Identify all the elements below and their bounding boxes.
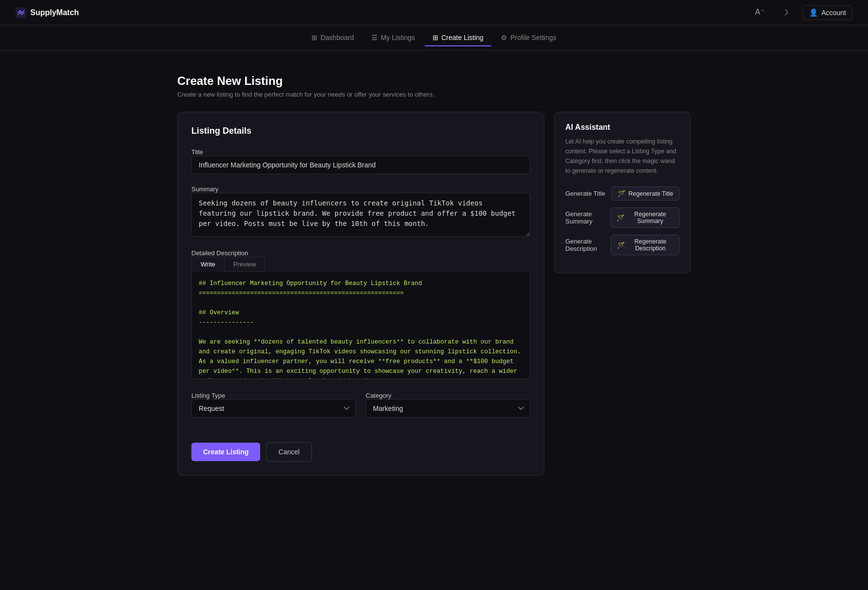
- subnav-item-dashboard[interactable]: ⊞ Dashboard: [304, 30, 362, 46]
- generate-title-label: Generate Title: [565, 190, 605, 197]
- subnav-item-create-listing[interactable]: ⊞ Create Listing: [425, 30, 491, 46]
- regenerate-summary-button[interactable]: 🪄 Regenerate Summary: [610, 207, 680, 228]
- generate-summary-label: Generate Summary: [565, 210, 610, 225]
- listing-type-group: Listing Type Request Offer: [191, 391, 356, 418]
- account-label: Account: [821, 9, 846, 17]
- listing-details-title: Listing Details: [191, 126, 530, 136]
- page-title: Create New Listing: [177, 74, 691, 88]
- page-subtitle: Create a new listing to find the perfect…: [177, 91, 691, 98]
- generate-title-row: Generate Title 🪄 Regenerate Title: [565, 186, 680, 201]
- generate-summary-row: Generate Summary 🪄 Regenerate Summary: [565, 207, 680, 228]
- app-name: SupplyMatch: [30, 8, 79, 17]
- regenerate-description-button[interactable]: 🪄 Regenerate Description: [611, 235, 680, 255]
- account-button[interactable]: 👤 Account: [803, 5, 852, 20]
- profile-settings-icon: ⚙: [501, 34, 507, 41]
- user-icon: 👤: [809, 8, 818, 17]
- ai-assistant-description: Let AI help you create compelling listin…: [565, 137, 680, 176]
- write-tab[interactable]: Write: [191, 257, 225, 272]
- regenerate-description-label: Regenerate Description: [628, 238, 673, 252]
- subnav-item-profile-settings[interactable]: ⚙ Profile Settings: [493, 30, 564, 46]
- cancel-button[interactable]: Cancel: [266, 442, 312, 462]
- create-listing-icon: ⊞: [433, 34, 438, 41]
- bottom-bar: Create Listing Cancel: [191, 442, 530, 462]
- topbar: SupplyMatch A↔ ☽ 👤 Account: [0, 0, 868, 25]
- summary-label: Summary: [191, 185, 219, 193]
- subnav-my-listings-label: My Listings: [381, 34, 415, 41]
- dashboard-icon: ⊞: [311, 34, 317, 41]
- subnav-profile-settings-label: Profile Settings: [510, 34, 556, 41]
- main-layout: Listing Details Title Summary Detailed D…: [177, 112, 691, 476]
- listing-type-select[interactable]: Request Offer: [191, 399, 356, 418]
- ai-assistant-card: AI Assistant Let AI help you create comp…: [554, 112, 691, 273]
- description-field-group: Detailed Description Write Preview: [191, 249, 530, 381]
- title-field-group: Title: [191, 148, 530, 174]
- page-content: Create New Listing Create a new listing …: [165, 51, 703, 499]
- moon-icon: ☽: [782, 8, 788, 17]
- translate-icon: A↔: [755, 8, 765, 17]
- regenerate-title-button[interactable]: 🪄 Regenerate Title: [611, 186, 680, 201]
- category-label: Category: [366, 392, 392, 399]
- description-code-editor[interactable]: [191, 272, 530, 379]
- wand-summary-icon: 🪄: [617, 214, 624, 222]
- title-label: Title: [191, 148, 203, 156]
- regenerate-summary-label: Regenerate Summary: [627, 211, 673, 224]
- ai-assistant-title: AI Assistant: [565, 123, 680, 132]
- listing-type-label: Listing Type: [191, 392, 225, 399]
- summary-textarea[interactable]: [191, 193, 530, 237]
- wand-description-icon: 🪄: [617, 242, 625, 249]
- theme-button[interactable]: ☽: [777, 5, 793, 20]
- description-label: Detailed Description: [191, 249, 248, 257]
- subnav-create-listing-label: Create Listing: [441, 34, 483, 41]
- listing-type-category-row: Listing Type Request Offer Category Mark…: [191, 391, 530, 428]
- editor-tabs: Write Preview: [191, 257, 530, 272]
- subnav: ⊞ Dashboard ☰ My Listings ⊞ Create Listi…: [0, 25, 868, 51]
- topbar-right: A↔ ☽ 👤 Account: [752, 5, 852, 20]
- svg-rect-0: [16, 7, 26, 18]
- subnav-dashboard-label: Dashboard: [320, 34, 354, 41]
- title-input[interactable]: [191, 156, 530, 174]
- logo-area: SupplyMatch: [16, 7, 79, 18]
- translate-button[interactable]: A↔: [752, 5, 767, 20]
- listing-details-card: Listing Details Title Summary Detailed D…: [177, 112, 544, 476]
- summary-field-group: Summary: [191, 185, 530, 238]
- generate-description-label: Generate Description: [565, 238, 611, 252]
- preview-tab[interactable]: Preview: [225, 257, 265, 272]
- generate-description-row: Generate Description 🪄 Regenerate Descri…: [565, 235, 680, 255]
- subnav-item-my-listings[interactable]: ☰ My Listings: [364, 30, 423, 46]
- category-group: Category Marketing Design Development Co…: [366, 391, 530, 418]
- logo-icon: [16, 7, 26, 18]
- my-listings-icon: ☰: [372, 34, 378, 41]
- wand-title-icon: 🪄: [618, 190, 625, 197]
- create-listing-button[interactable]: Create Listing: [191, 443, 260, 461]
- category-select[interactable]: Marketing Design Development Content Oth…: [366, 399, 530, 418]
- regenerate-title-label: Regenerate Title: [628, 190, 673, 197]
